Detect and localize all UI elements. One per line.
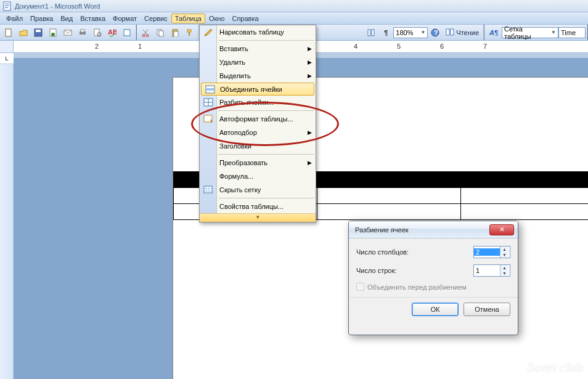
cancel-button[interactable]: Отмена [463,303,510,316]
svg-rect-2 [5,6,9,6]
menu-insert[interactable]: Вставка [76,14,109,23]
menu-tools[interactable]: Сервис [141,14,171,23]
reading-mode-button[interactable]: Чтение [443,26,482,39]
research-button[interactable] [120,26,134,39]
menu-select[interactable]: Выделить ▶ [200,69,316,83]
menu-file[interactable]: Файл [2,14,27,23]
menu-convert[interactable]: Преобразовать ▶ [200,156,316,169]
autoformat-icon [202,113,214,124]
menu-help[interactable]: Справка [228,14,262,23]
ruler-tick: 4 [334,43,377,50]
menu-window[interactable]: Окно [205,14,229,23]
svg-rect-24 [372,30,374,36]
show-paragraph-button[interactable]: ¶ [379,26,393,39]
vertical-ruler: L [0,53,14,379]
ruler-tick [161,43,205,50]
rows-input[interactable] [474,267,500,274]
menu-autoformat[interactable]: Автоформат таблицы... [200,112,316,126]
svg-rect-19 [159,31,163,36]
cols-label: Число столбцов: [356,248,473,256]
menu-formula[interactable]: Формула... [200,169,316,183]
svg-text:?: ? [434,29,438,36]
cut-button[interactable] [139,26,152,39]
dialog-titlebar[interactable]: Разбиение ячеек ✕ [349,221,518,238]
menu-table-properties[interactable]: Свойства таблицы... [200,200,316,213]
menu-format[interactable]: Формат [109,14,141,23]
menu-merge-cells[interactable]: Объединить ячейки [201,83,314,96]
columns-button[interactable] [364,26,378,39]
book-icon [446,28,454,37]
cols-input[interactable] [474,248,500,256]
cols-spinner[interactable]: ▲▼ [473,246,510,258]
svg-rect-3 [5,7,8,8]
svg-rect-22 [189,32,190,36]
svg-rect-11 [81,30,84,32]
word-document-icon [2,1,12,11]
close-icon: ✕ [499,226,505,234]
menu-autofit[interactable]: Автоподбор ▶ [200,126,316,139]
font-dropdown[interactable]: Time [558,27,586,38]
svg-rect-12 [94,29,99,36]
menu-split-cells[interactable]: Разбить ячейки... [200,96,316,109]
zoom-value: 180% [396,29,413,36]
merge-before-checkbox [356,283,364,291]
ruler-tick: 1 [118,43,161,50]
submenu-arrow-icon: ▶ [308,129,312,136]
style-dropdown-arrow: ▼ [551,30,556,35]
split-cells-dialog: Разбиение ячеек ✕ Число столбцов: ▲▼ Чис… [348,221,518,335]
save-button[interactable] [31,26,45,39]
rows-spinner[interactable]: ▲▼ [473,264,510,277]
dialog-title: Разбиение ячеек [355,226,409,234]
svg-text:ABC: ABC [108,28,116,36]
table-menu-dropdown: Нарисовать таблицу Вставить ▶ Удалить ▶ … [199,25,316,222]
spellcheck-button[interactable]: ABC [105,26,119,39]
font-value: Time [561,29,576,36]
merge-before-label: Объединить перед разбиением [367,283,467,291]
new-doc-button[interactable] [2,26,15,39]
menu-headings[interactable]: Заголовки [200,139,316,153]
svg-rect-21 [174,31,178,37]
grid-icon [202,184,214,195]
svg-rect-1 [5,4,9,4]
menu-edit[interactable]: Правка [27,14,57,23]
copy-button[interactable] [153,26,167,39]
svg-point-8 [51,33,55,36]
style-aa-icon[interactable]: A¶ [486,26,501,39]
spin-up-icon[interactable]: ▲ [500,265,508,271]
spin-down-icon[interactable]: ▼ [500,252,508,258]
menu-view[interactable]: Вид [57,14,76,23]
submenu-arrow-icon: ▶ [308,160,312,166]
rows-label: Число строк: [356,267,473,274]
menu-expand-button[interactable] [200,213,316,222]
zoom-dropdown[interactable]: 180% ▼ [393,27,428,38]
paste-button[interactable] [168,26,182,39]
document-title: Документ1 - Microsoft Word [15,2,100,10]
help-button[interactable]: ? [428,26,442,39]
style-dropdown[interactable]: Сетка таблицы ▼ [502,27,558,38]
svg-rect-6 [36,30,41,32]
svg-rect-28 [206,88,214,91]
svg-rect-4 [6,29,11,36]
spin-down-icon[interactable]: ▼ [500,271,508,276]
ruler-tick: 6 [420,43,463,50]
svg-rect-23 [368,30,370,36]
menu-hide-grid[interactable]: Скрыть сетку [200,183,316,197]
submenu-arrow-icon: ▶ [308,59,312,65]
mail-button[interactable] [61,26,75,39]
menu-delete[interactable]: Удалить ▶ [200,55,316,69]
spin-up-icon[interactable]: ▲ [500,247,508,252]
menu-draw-table[interactable]: Нарисовать таблицу [200,25,316,39]
ok-button[interactable]: ОК [412,303,459,316]
ruler-corner [0,41,14,52]
dialog-close-button[interactable]: ✕ [489,224,514,235]
ruler-tick: 7 [463,43,507,50]
format-painter-button[interactable] [183,26,197,39]
menu-insert[interactable]: Вставить ▶ [200,42,316,55]
merge-cells-icon [204,84,216,95]
permissions-button[interactable] [46,26,60,39]
print-button[interactable] [76,26,89,39]
svg-rect-15 [124,30,130,36]
menu-table[interactable]: Таблица [171,14,205,23]
print-preview-button[interactable] [91,26,104,39]
open-button[interactable] [17,26,30,39]
